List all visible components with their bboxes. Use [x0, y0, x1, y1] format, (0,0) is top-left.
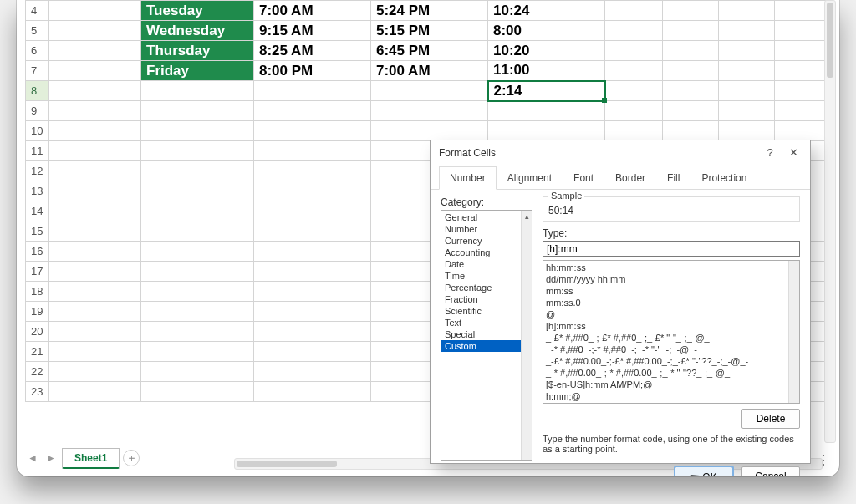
- table-row: 9: [26, 101, 831, 121]
- start-cell[interactable]: 8:25 AM: [254, 41, 371, 61]
- row-header[interactable]: 10: [26, 121, 49, 141]
- row-header[interactable]: 23: [26, 382, 49, 402]
- category-item[interactable]: Custom: [441, 340, 532, 352]
- day-cell[interactable]: Tuesday: [141, 1, 254, 21]
- row-header[interactable]: 8: [26, 81, 49, 101]
- dialog-button-row: ➤OK Cancel: [431, 461, 810, 476]
- day-cell[interactable]: Wednesday: [141, 21, 254, 41]
- dialog-help-button[interactable]: ?: [758, 140, 782, 165]
- row-header[interactable]: 11: [26, 141, 49, 161]
- end-cell[interactable]: 7:00 AM: [371, 61, 488, 81]
- category-item[interactable]: Currency: [441, 235, 532, 247]
- category-listbox[interactable]: GeneralNumberCurrencyAccountingDateTimeP…: [441, 210, 532, 461]
- row-header[interactable]: 19: [26, 302, 49, 322]
- dialog-tab-fill[interactable]: Fill: [656, 166, 690, 190]
- format-code-item[interactable]: mm:ss.0: [546, 297, 797, 308]
- table-row: 7Friday8:00 PM7:00 AM11:00: [26, 61, 831, 81]
- category-item[interactable]: Number: [441, 223, 532, 235]
- format-codes-listbox[interactable]: hh:mm:ssdd/mm/yyyy hh:mmmm:ssmm:ss.0@[h]…: [543, 260, 800, 404]
- sample-value: 50:14: [548, 201, 794, 216]
- dialog-tab-border[interactable]: Border: [604, 166, 656, 190]
- add-sheet-button[interactable]: ＋: [123, 450, 140, 466]
- dialog-titlebar[interactable]: Format Cells ? ✕: [431, 140, 810, 165]
- vertical-scrollbar[interactable]: [824, 0, 836, 443]
- duration-cell[interactable]: 10:24: [488, 1, 605, 21]
- start-cell[interactable]: 7:00 AM: [254, 1, 371, 21]
- category-panel: Category: GeneralNumberCurrencyAccountin…: [441, 196, 532, 461]
- format-code-item[interactable]: mm:ss: [546, 285, 797, 297]
- row-header[interactable]: 7: [26, 61, 49, 81]
- format-code-item[interactable]: @: [546, 308, 797, 320]
- row-header[interactable]: 5: [26, 21, 49, 41]
- row-header[interactable]: 6: [26, 41, 49, 61]
- delete-button[interactable]: Delete: [741, 409, 800, 429]
- cancel-button[interactable]: Cancel: [741, 466, 800, 476]
- table-row: 82:14: [26, 81, 831, 101]
- duration-cell[interactable]: 10:20: [488, 41, 605, 61]
- row-header[interactable]: 22: [26, 362, 49, 382]
- format-code-item[interactable]: _-* #,##0.00_-;-* #,##0.00_-;_-* "-"??_-…: [546, 367, 797, 379]
- row-header[interactable]: 20: [26, 322, 49, 342]
- dialog-tabs: NumberAlignmentFontBorderFillProtection: [431, 165, 810, 190]
- row-header[interactable]: 21: [26, 342, 49, 362]
- category-item[interactable]: Date: [441, 258, 532, 270]
- listbox-scrollbar[interactable]: [788, 261, 799, 403]
- sheet-nav-prev-icon[interactable]: ◄: [25, 451, 40, 466]
- format-code-item[interactable]: _-£* #,##0.00_-;-£* #,##0.00_-;_-£* "-"?…: [546, 355, 797, 367]
- row-header[interactable]: 12: [26, 161, 49, 181]
- row-header[interactable]: 16: [26, 242, 49, 262]
- row-header[interactable]: 9: [26, 101, 49, 121]
- category-item[interactable]: Special: [441, 328, 532, 340]
- fill-handle[interactable]: [602, 98, 607, 103]
- day-cell[interactable]: Thursday: [141, 41, 254, 61]
- start-cell[interactable]: 8:00 PM: [254, 61, 371, 81]
- dialog-tab-protection[interactable]: Protection: [690, 166, 757, 190]
- format-code-item[interactable]: hh:mm:ss: [546, 262, 797, 273]
- row-header[interactable]: 14: [26, 201, 49, 221]
- table-row: 10: [26, 121, 831, 141]
- duration-cell[interactable]: 11:00: [488, 61, 605, 81]
- dialog-tab-font[interactable]: Font: [563, 166, 604, 190]
- row-header[interactable]: 17: [26, 262, 49, 282]
- category-item[interactable]: General: [441, 211, 532, 223]
- type-section: Type:: [543, 227, 800, 257]
- row-header[interactable]: 15: [26, 221, 49, 242]
- row-header[interactable]: 4: [26, 1, 49, 21]
- format-code-item[interactable]: dd/mm/yyyy hh:mm: [546, 273, 797, 285]
- ok-button[interactable]: ➤OK: [675, 466, 733, 476]
- sheet-tab[interactable]: Sheet1: [62, 448, 120, 469]
- listbox-scrollbar[interactable]: ▴: [521, 211, 532, 460]
- category-item[interactable]: Time: [441, 270, 532, 282]
- dialog-tab-alignment[interactable]: Alignment: [497, 166, 563, 190]
- scroll-up-icon[interactable]: ▴: [522, 211, 532, 221]
- format-code-item[interactable]: [h]:mm:ss: [546, 320, 797, 332]
- format-code-item[interactable]: h:mm;@: [546, 390, 797, 402]
- category-item[interactable]: Accounting: [441, 247, 532, 258]
- row-header[interactable]: 18: [26, 282, 49, 302]
- cursor-icon: ➤: [689, 468, 703, 476]
- category-item[interactable]: Scientific: [441, 305, 532, 317]
- end-cell[interactable]: 6:45 PM: [371, 41, 488, 61]
- category-item[interactable]: Percentage: [441, 282, 532, 293]
- category-item[interactable]: Text: [441, 317, 532, 328]
- type-input[interactable]: [543, 241, 800, 257]
- format-code-item[interactable]: [$-en-US]h:mm AM/PM;@: [546, 379, 797, 390]
- end-cell[interactable]: 5:24 PM: [371, 1, 488, 21]
- format-code-item[interactable]: _-£* #,##0_-;-£* #,##0_-;_-£* "-"_-;_-@_…: [546, 332, 797, 344]
- duration-cell[interactable]: 8:00: [488, 21, 605, 41]
- day-cell[interactable]: Friday: [141, 61, 254, 81]
- dialog-close-button[interactable]: ✕: [782, 140, 805, 165]
- start-cell[interactable]: 9:15 AM: [254, 21, 371, 41]
- format-hint: Type the number format code, using one o…: [543, 430, 800, 461]
- selected-cell[interactable]: 2:14: [488, 81, 605, 101]
- end-cell[interactable]: 5:15 PM: [371, 21, 488, 41]
- category-label: Category:: [441, 196, 532, 208]
- sheet-nav-next-icon[interactable]: ►: [43, 451, 59, 466]
- table-row: 6Thursday8:25 AM6:45 PM10:20: [26, 41, 831, 61]
- dialog-tab-number[interactable]: Number: [439, 166, 497, 190]
- settings-ellipsis-icon[interactable]: ⋮: [817, 452, 831, 468]
- category-item[interactable]: Fraction: [441, 293, 532, 305]
- type-label: Type:: [543, 227, 800, 239]
- format-code-item[interactable]: _-* #,##0_-;-* #,##0_-;_-* "-"_-;_-@_-: [546, 344, 797, 355]
- row-header[interactable]: 13: [26, 181, 49, 201]
